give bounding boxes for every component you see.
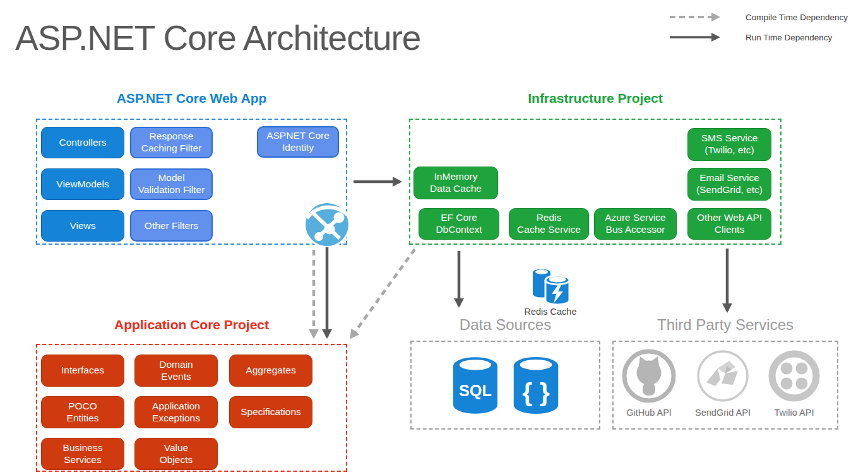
box-label: Entities — [67, 413, 99, 425]
box-aggregates: Aggregates — [229, 355, 312, 387]
box-label: Services — [64, 454, 101, 466]
box-other-web-api-clients: Other Web APIClients — [687, 208, 771, 240]
box-label: Aggregates — [246, 365, 295, 377]
box-label: Events — [161, 371, 191, 383]
box-sms-service: SMS Service(Twilio, etc) — [687, 128, 771, 161]
sendgrid-icon — [694, 347, 752, 405]
box-label: Application — [152, 401, 200, 413]
box-label: Validation Filter — [138, 184, 205, 196]
sql-icon-label: SQL — [459, 382, 492, 400]
infrastructure-title: Infrastructure Project — [409, 91, 782, 106]
box-label: Objects — [160, 454, 193, 466]
box-model-validation-filter: ModelValidation Filter — [130, 168, 213, 200]
compile-dependency-arrow-icon — [668, 12, 728, 22]
box-label: ASPNET Core — [266, 130, 330, 142]
json-database-icon: { } — [513, 357, 559, 414]
box-controllers: Controllers — [41, 127, 124, 158]
box-label: Domain — [159, 359, 193, 371]
box-domain-events: DomainEvents — [134, 355, 218, 387]
legend: Compile Time Dependency Run Time Depende… — [668, 9, 848, 45]
box-label: Redis — [537, 212, 562, 224]
data-sources-boundary — [410, 341, 600, 430]
architecture-diagram: ASP.NET Core Architecture Compile Time D… — [0, 0, 868, 475]
box-label: Value — [164, 442, 189, 454]
box-specifications: Specifications — [229, 396, 312, 428]
box-label: Email Service — [699, 172, 759, 184]
box-label: Other Filters — [145, 220, 198, 232]
redis-cache-label: Redis Cache — [513, 307, 588, 317]
twilio-icon — [765, 347, 823, 405]
legend-run-row: Run Time Dependency — [668, 29, 848, 45]
box-label: Bus Accessor — [606, 224, 665, 236]
box-label: ViewModels — [56, 179, 109, 191]
diagram-title: ASP.NET Core Architecture — [15, 18, 420, 58]
twilio-api-label: Twilio API — [756, 408, 832, 418]
box-poco-entities: POCOEntities — [41, 396, 124, 428]
box-label: Response — [150, 131, 194, 143]
box-label: Identity — [282, 142, 314, 154]
box-label: Azure Service — [605, 212, 665, 224]
web-globe-icon — [303, 201, 351, 249]
box-other-filters: Other Filters — [130, 210, 213, 242]
box-label: Cache Service — [517, 224, 581, 236]
box-response-caching-filter: ResponseCaching Filter — [130, 127, 213, 158]
legend-run-label: Run Time Dependency — [746, 33, 832, 42]
redis-cache-icon — [529, 265, 572, 308]
box-label: DbContext — [436, 224, 482, 236]
box-label: Model — [158, 172, 184, 184]
box-views: Views — [41, 210, 124, 242]
box-label: (SendGrid, etc) — [696, 184, 763, 196]
box-application-exceptions: ApplicationExceptions — [134, 396, 218, 428]
sendgrid-api-label: SendGrid API — [685, 408, 761, 418]
box-azure-service-bus-accessor: Azure ServiceBus Accessor — [594, 208, 677, 240]
box-label: Business — [63, 442, 103, 454]
legend-compile-label: Compile Time Dependency — [746, 13, 848, 22]
github-icon — [620, 347, 678, 405]
box-label: Interfaces — [61, 365, 104, 377]
box-redis-cache-service: RedisCache Service — [509, 208, 589, 240]
box-label: POCO — [68, 401, 97, 413]
box-aspnet-core-identity: ASPNET CoreIdentity — [257, 126, 339, 158]
run-dependency-arrow-icon — [668, 32, 728, 42]
json-icon-label: { } — [522, 378, 549, 407]
box-viewmodels: ViewModels — [41, 168, 124, 200]
box-inmemory-data-cache: InMemoryData Cache — [413, 167, 498, 199]
box-label: InMemory — [434, 171, 478, 183]
box-business-services: BusinessServices — [41, 438, 124, 470]
sql-database-icon: SQL — [453, 357, 497, 414]
box-value-objects: ValueObjects — [134, 438, 218, 470]
box-email-service: Email Service(SendGrid, etc) — [687, 168, 771, 201]
box-label: Exceptions — [152, 413, 200, 425]
third-party-title: Third Party Services — [612, 316, 838, 334]
github-api-label: GitHub API — [611, 408, 687, 418]
box-label: SMS Service — [701, 132, 758, 144]
box-label: Other Web API — [697, 212, 762, 224]
arrow-infrastructure-to-core-compile — [351, 249, 415, 337]
box-label: (Twilio, etc) — [705, 144, 754, 156]
web-app-title: ASP.NET Core Web App — [36, 91, 347, 106]
box-label: Specifications — [241, 406, 301, 418]
box-ef-core-dbcontext: EF CoreDbContext — [419, 208, 499, 240]
data-sources-title: Data Sources — [410, 316, 600, 334]
box-label: Data Cache — [430, 183, 482, 195]
box-label: EF Core — [441, 212, 477, 224]
application-core-title: Application Core Project — [36, 317, 347, 332]
box-label: Controllers — [59, 137, 107, 149]
box-label: Clients — [715, 224, 744, 236]
legend-compile-row: Compile Time Dependency — [668, 9, 848, 25]
box-label: Views — [69, 220, 95, 232]
box-label: Caching Filter — [141, 143, 202, 155]
box-interfaces: Interfaces — [41, 355, 124, 387]
